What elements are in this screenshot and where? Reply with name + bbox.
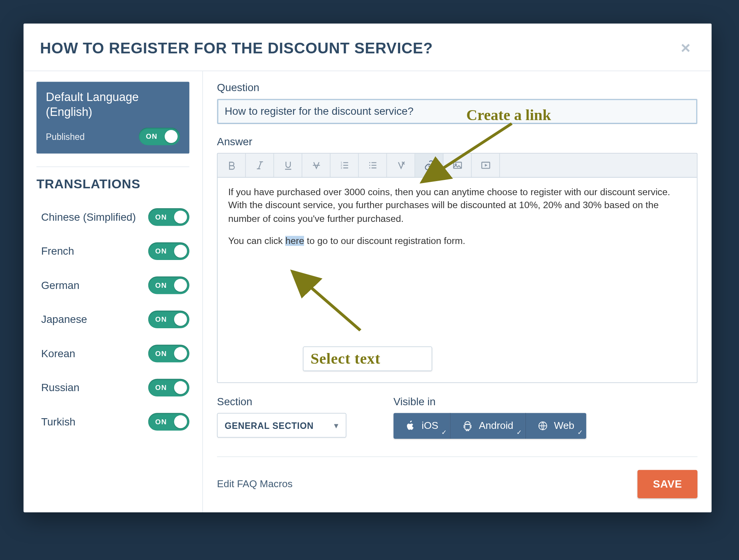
visible-web-label: Web: [554, 420, 574, 432]
answer-text: You can click: [228, 236, 285, 246]
video-icon[interactable]: [471, 154, 500, 177]
default-language-card[interactable]: Default Language (English) Published ON: [37, 82, 189, 153]
editor-toolbar: 123: [218, 154, 697, 178]
save-button[interactable]: SAVE: [638, 470, 697, 498]
visible-ios-label: iOS: [422, 420, 438, 432]
modal-title: HOW TO REGISTER FOR THE DISCOUNT SERVICE…: [40, 39, 433, 58]
italic-icon[interactable]: [246, 154, 274, 177]
lang-toggle[interactable]: ON: [148, 379, 189, 396]
svg-text:3: 3: [340, 167, 342, 169]
svg-text:1: 1: [340, 161, 342, 164]
answer-label: Answer: [217, 136, 697, 148]
lang-name: Korean: [37, 347, 75, 359]
main-panel: Create a link Select text Question Answe…: [203, 71, 712, 512]
toggle-label: ON: [139, 132, 157, 141]
svg-point-16: [369, 162, 370, 163]
lang-name: Japanese: [37, 313, 87, 326]
lang-name: Turkish: [37, 416, 75, 428]
ordered-list-icon[interactable]: 123: [330, 154, 359, 177]
close-icon[interactable]: ×: [676, 37, 695, 60]
edit-faq-macros-link[interactable]: Edit FAQ Macros: [217, 478, 292, 490]
strikethrough-icon[interactable]: [302, 154, 330, 177]
translations-heading: TRANSLATIONS: [37, 177, 189, 192]
visible-web-button[interactable]: Web ✓: [525, 413, 586, 439]
visible-android-label: Android: [479, 420, 513, 432]
footer-divider: [217, 456, 697, 457]
bold-icon[interactable]: [218, 154, 246, 177]
lang-name: German: [37, 279, 80, 291]
clear-format-icon[interactable]: [387, 154, 415, 177]
sidebar-divider: [37, 167, 189, 167]
question-label: Question: [217, 82, 697, 94]
answer-textarea[interactable]: If you have purchased over 3000 coins, t…: [218, 178, 697, 382]
visible-in-label: Visible in: [393, 396, 586, 408]
visible-in-group: iOS ✓ Android ✓ Web ✓: [393, 413, 586, 439]
visible-android-button[interactable]: Android ✓: [450, 413, 525, 439]
modal-header: HOW TO REGISTER FOR THE DISCOUNT SERVICE…: [24, 24, 712, 71]
lang-row-japanese[interactable]: Japanese ON: [37, 302, 189, 336]
lang-toggle[interactable]: ON: [148, 208, 189, 226]
svg-point-17: [369, 165, 370, 166]
image-icon[interactable]: [443, 154, 471, 177]
published-toggle[interactable]: ON: [139, 128, 180, 145]
globe-icon: [537, 420, 548, 431]
question-input[interactable]: [217, 99, 697, 124]
section-value: GENERAL SECTION: [224, 420, 314, 430]
link-icon[interactable]: [415, 154, 443, 177]
section-label: Section: [217, 396, 346, 408]
lang-name: French: [37, 245, 74, 257]
underline-icon[interactable]: [274, 154, 302, 177]
lang-row-chinese[interactable]: Chinese (Simplified) ON: [37, 200, 189, 234]
sidebar: Default Language (English) Published ON …: [24, 71, 203, 512]
answer-text: to go to our discount registration form.: [304, 236, 465, 246]
check-icon: ✓: [441, 429, 447, 436]
lang-row-korean[interactable]: Korean ON: [37, 337, 189, 371]
lang-name: Chinese (Simplified): [37, 211, 136, 223]
check-icon: ✓: [516, 429, 522, 436]
lang-row-turkish[interactable]: Turkish ON: [37, 405, 189, 439]
section-select[interactable]: GENERAL SECTION ▾: [217, 413, 346, 438]
unordered-list-icon[interactable]: [359, 154, 387, 177]
lang-toggle[interactable]: ON: [148, 413, 189, 430]
lang-toggle[interactable]: ON: [148, 311, 189, 328]
caret-down-icon: ▾: [334, 421, 339, 430]
published-label: Published: [46, 132, 85, 141]
svg-point-18: [369, 167, 370, 168]
answer-editor: 123 If you have purchased over 3000 coin…: [217, 153, 697, 383]
check-icon: ✓: [577, 429, 583, 436]
answer-paragraph-1: If you have purchased over 3000 coins, t…: [228, 186, 686, 226]
apple-icon: [405, 420, 416, 431]
lang-name: Russian: [37, 382, 80, 394]
lang-toggle[interactable]: ON: [148, 242, 189, 260]
lang-toggle[interactable]: ON: [148, 276, 189, 294]
answer-paragraph-2: You can click here to go to our discount…: [228, 235, 686, 248]
lang-row-german[interactable]: German ON: [37, 268, 189, 302]
svg-line-2: [258, 162, 261, 169]
default-language-title: Default Language (English): [46, 90, 180, 119]
android-icon: [462, 420, 473, 431]
lang-row-french[interactable]: French ON: [37, 234, 189, 268]
faq-edit-modal: HOW TO REGISTER FOR THE DISCOUNT SERVICE…: [24, 24, 712, 512]
lang-toggle[interactable]: ON: [148, 345, 189, 362]
lang-row-russian[interactable]: Russian ON: [37, 371, 189, 404]
visible-ios-button[interactable]: iOS ✓: [393, 413, 450, 439]
selected-text: here: [285, 236, 304, 246]
